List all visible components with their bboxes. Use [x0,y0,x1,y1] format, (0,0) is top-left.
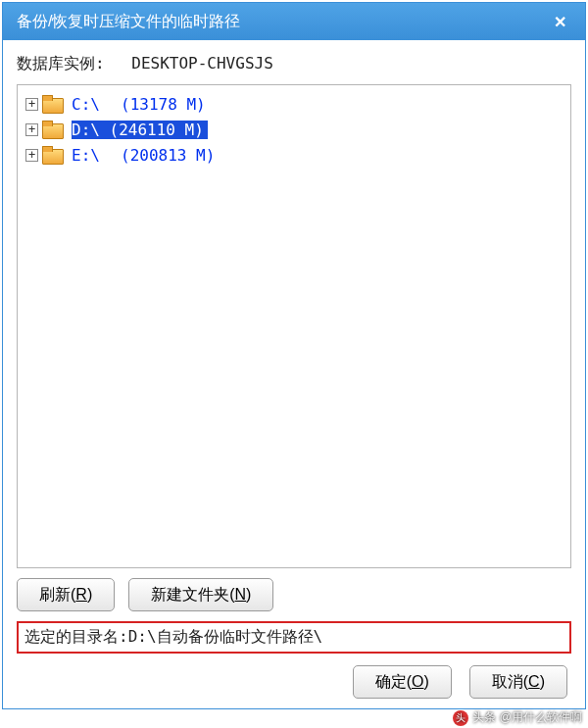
drive-name: C:\ [72,95,119,114]
close-icon: ✕ [554,13,566,31]
action-button-row: 刷新(R) 新建文件夹(N) [17,578,571,611]
expand-icon[interactable]: + [25,98,38,111]
drive-name: E:\ [72,146,119,165]
watermark-text: 头条 @用什么软件啊 [472,709,582,726]
tree-item[interactable]: + E:\ (200813 M) [24,142,564,168]
selected-path-label: 选定的目录名: [24,627,128,646]
button-accel: N [235,586,247,604]
drive-tree[interactable]: + C:\ (13178 M) + D:\ (246110 M) + E:\ (… [17,84,571,568]
button-label: 取消( [492,672,528,693]
db-instance-row: 数据库实例: DESKTOP-CHVGSJS [17,54,571,74]
selected-path-box: 选定的目录名:D:\自动备份临时文件路径\ [17,621,571,654]
db-instance-value: DESKTOP-CHVGSJS [131,54,273,73]
drive-size: (13178 M) [121,95,206,114]
button-accel: O [412,673,423,691]
folder-icon [42,95,64,113]
close-button[interactable]: ✕ [544,8,575,35]
titlebar: 备份/恢复时压缩文件的临时路径 ✕ [3,3,585,40]
drive-size: (246110 M) [110,121,204,139]
dialog-window: 备份/恢复时压缩文件的临时路径 ✕ 数据库实例: DESKTOP-CHVGSJS… [2,2,586,709]
db-instance-label: 数据库实例: [17,54,105,73]
tree-item[interactable]: + D:\ (246110 M) [24,117,564,142]
new-folder-button[interactable]: 新建文件夹(N) [128,578,273,611]
selected-path-value: D:\自动备份临时文件路径\ [128,627,323,646]
button-accel: R [75,586,87,604]
dialog-body: 数据库实例: DESKTOP-CHVGSJS + C:\ (13178 M) +… [3,40,585,708]
button-accel: C [528,673,540,691]
button-label: 确定( [375,672,412,693]
refresh-button[interactable]: 刷新(R) [17,578,115,611]
button-suffix: ) [540,673,545,691]
tree-item[interactable]: + C:\ (13178 M) [24,91,564,117]
window-title: 备份/恢复时压缩文件的临时路径 [17,12,544,32]
button-label: 新建文件夹( [151,585,234,606]
watermark: 头 头条 @用什么软件啊 [453,709,582,726]
folder-icon [42,121,64,138]
watermark-icon: 头 [453,710,468,726]
folder-icon [42,146,64,164]
drive-size: (200813 M) [121,146,215,165]
expand-icon[interactable]: + [25,123,38,136]
expand-icon[interactable]: + [25,149,38,162]
ok-button[interactable]: 确定(O) [353,665,452,699]
button-suffix: ) [423,673,428,691]
button-label: 刷新( [39,585,75,606]
confirm-button-row: 确定(O) 取消(C) [17,665,571,699]
drive-name: D:\ [72,121,100,139]
button-suffix: ) [246,586,251,604]
button-suffix: ) [87,586,92,604]
cancel-button[interactable]: 取消(C) [469,665,567,699]
